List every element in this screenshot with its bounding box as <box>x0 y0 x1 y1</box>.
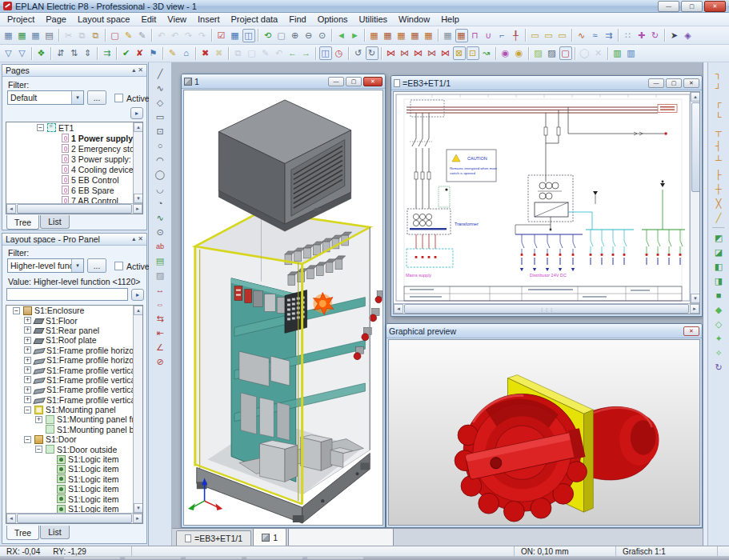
tree-row[interactable]: 6 EB Spare <box>6 185 133 195</box>
go-home-icon[interactable]: ⌂ <box>180 46 193 60</box>
undo-list-icon[interactable]: ↶ <box>169 29 182 42</box>
tree-row[interactable]: S1:Logic item <box>6 454 133 464</box>
scroll-left-icon[interactable]: ◄ <box>6 514 16 523</box>
place-rotate-right-icon[interactable]: ↻ <box>366 46 379 60</box>
text-field-icon[interactable]: ▭ <box>529 29 542 42</box>
scroll-down-icon[interactable]: ▼ <box>691 294 700 303</box>
chevron-down-icon[interactable]: ▾ <box>71 91 83 104</box>
t-node-right-icon[interactable]: ├ <box>711 167 727 182</box>
assign-format-icon[interactable]: ✎ <box>136 29 149 42</box>
tree-row[interactable]: +S1:Frame profile horizontal co <box>6 355 133 365</box>
close-button[interactable]: ✕ <box>704 1 726 12</box>
place-rotate-left-icon[interactable]: ↺ <box>352 46 365 60</box>
panel-close-icon[interactable]: ✕ <box>138 67 143 74</box>
expand-box-icon[interactable]: + <box>24 317 31 324</box>
minimize-button[interactable]: — <box>648 78 664 88</box>
panel-collapse-icon[interactable]: ▴ <box>132 236 135 242</box>
view-3d-southeast-icon[interactable]: ◩ <box>711 230 727 245</box>
filter-devices-icon[interactable]: ▽ <box>2 46 15 60</box>
cut-icon[interactable]: ✂ <box>62 29 75 42</box>
grid-display-icon[interactable]: ▦ <box>442 29 455 42</box>
menu-insert[interactable]: Insert <box>192 14 226 25</box>
panel-close-icon[interactable]: ✕ <box>138 236 143 242</box>
view-3d-northeast-icon[interactable]: ◧ <box>711 259 727 274</box>
tree-row[interactable]: 3 Power supply: Statio <box>6 154 133 164</box>
net-tracking-icon[interactable]: ≈ <box>589 29 602 42</box>
dimension-linear-icon[interactable]: ↔ <box>152 282 168 297</box>
schematic-vscrollbar[interactable]: ▲ ▼ <box>690 92 699 303</box>
parts-cart-icon[interactable]: ▥ <box>611 46 624 60</box>
placeholder-text-icon[interactable]: ▭ <box>556 29 569 42</box>
spline-tool-icon[interactable]: ∿ <box>152 210 168 225</box>
menu-utilities[interactable]: Utilities <box>354 14 393 25</box>
layout-value-input[interactable] <box>6 288 128 301</box>
tree-row[interactable]: −S1:Enclosure <box>6 306 133 315</box>
dimension-angle-icon[interactable]: ∠ <box>152 340 168 354</box>
undo-item-icon[interactable]: ↶ <box>273 46 286 60</box>
pages-tree-hscrollbar[interactable]: ◄ ► <box>6 203 142 214</box>
scroll-down-icon[interactable]: ▼ <box>134 503 143 513</box>
terminal-strip-2-icon[interactable]: ⋈ <box>399 46 411 60</box>
menu-help[interactable]: Help <box>435 14 465 25</box>
scheme-clock-icon[interactable]: ◷ <box>333 46 346 60</box>
restore-button[interactable]: ▢ <box>346 77 362 86</box>
scroll-down-icon[interactable]: ▼ <box>134 194 143 203</box>
angle-down-left-icon[interactable]: ┐ <box>711 66 727 81</box>
expand-box-icon[interactable]: + <box>24 326 31 334</box>
page-forward-icon[interactable]: ► <box>349 29 362 42</box>
potential-tracking-icon[interactable]: ⇉ <box>603 29 615 42</box>
tree-row[interactable]: S1:Logic item <box>6 494 133 503</box>
collapse-box-icon[interactable]: − <box>13 307 20 314</box>
pages-tree-vscrollbar[interactable]: ▲ ▼ <box>133 122 142 203</box>
view-3d-southwest-icon[interactable]: ◪ <box>711 245 727 259</box>
angle-up-left-icon[interactable]: ┘ <box>711 81 727 95</box>
image-tool-icon[interactable]: ▤ <box>152 254 168 268</box>
tree-row[interactable]: 2 Emergency stop <box>6 143 133 154</box>
tree-row[interactable]: +S1:Frame profile vertical left fi <box>6 365 133 374</box>
terminal-strip-3-icon[interactable]: ⋈ <box>412 46 425 60</box>
view-front-icon[interactable]: ■ <box>711 288 727 302</box>
delete-placement-icon[interactable]: ✖ <box>199 46 212 60</box>
tree-row[interactable]: S1:Logic item <box>6 474 133 484</box>
tree-row[interactable]: S1:Logic item <box>6 504 133 513</box>
project-management-icon[interactable]: ▦ <box>30 29 42 42</box>
menu-find[interactable]: Find <box>283 14 311 25</box>
layout-apply-filter-button[interactable]: ▸ <box>131 289 144 301</box>
draw-item-icon[interactable]: ✎ <box>259 46 272 60</box>
t-node-up-icon[interactable]: ┴ <box>711 153 727 167</box>
scroll-right-icon[interactable]: ► <box>133 204 142 214</box>
print-icon[interactable]: ▤ <box>43 29 56 42</box>
tree-row[interactable]: +S1:Roof plate <box>6 335 133 345</box>
connection-line-icon[interactable]: ╱ <box>711 210 727 225</box>
polygon-tool-icon[interactable]: ◇ <box>152 95 168 110</box>
dimension-baseline-icon[interactable]: ⇤ <box>152 326 168 340</box>
edit-function-icon[interactable]: ✎ <box>166 46 179 60</box>
close-button[interactable]: ✕ <box>683 326 699 336</box>
terminal-strip-5-icon[interactable]: ⋈ <box>439 46 452 60</box>
polyline-tool-icon[interactable]: ∿ <box>152 81 168 95</box>
schematic-window-titlebar[interactable]: =EB3+ET1/1 — ▢ ✕ <box>391 76 702 90</box>
grid-e-icon[interactable]: ▦ <box>423 29 435 42</box>
scroll-up-icon[interactable]: ▲ <box>134 306 143 315</box>
rectangle-center-tool-icon[interactable]: ⊡ <box>152 124 168 138</box>
view3d-window[interactable]: 1 — ▢ ✕ <box>181 74 386 528</box>
preview-window-titlebar[interactable]: Graphical preview ✕ <box>387 324 702 338</box>
next-page-icon[interactable]: → <box>300 46 313 60</box>
angle-down-right-icon[interactable]: ┌ <box>711 95 727 110</box>
angle-up-right-icon[interactable]: └ <box>711 110 727 124</box>
panel-collapse-icon[interactable]: ▴ <box>132 67 135 74</box>
plugin-icon[interactable]: ❖ <box>35 46 48 60</box>
sort-pages-icon[interactable]: ⇅ <box>68 46 81 60</box>
dimension-continued-icon[interactable]: ⇆ <box>152 311 168 326</box>
swap-items-icon[interactable]: ✕ <box>592 46 605 60</box>
schematic-hscrollbar[interactable]: ◄ ⋮⋮⋮ ► <box>394 303 699 314</box>
layout-panel-titlebar[interactable]: Layout space - Pro Panel ▴ ✕ <box>2 234 146 246</box>
new-item-icon[interactable]: ▢ <box>246 46 258 60</box>
cancel-action-icon[interactable]: ✘ <box>134 46 146 60</box>
graphical-preview-toggle-icon[interactable]: ◫ <box>242 29 255 42</box>
close-button[interactable]: ✕ <box>683 78 699 88</box>
measure-b-icon[interactable]: ◉ <box>513 46 526 60</box>
rotate-tool-icon[interactable]: ↻ <box>649 29 662 42</box>
tree-row[interactable]: +S1:Mounting panel front <box>6 414 133 424</box>
window-config-icon[interactable]: ◫ <box>319 46 332 60</box>
